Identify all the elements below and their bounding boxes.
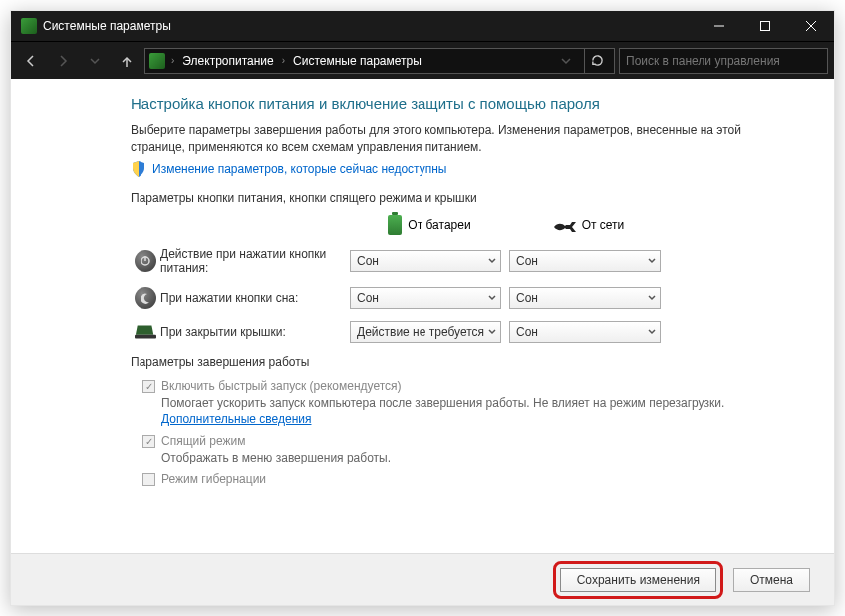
row-power-button-label: Действие при нажатии кнопки питания: bbox=[160, 247, 350, 275]
hibernate-checkbox[interactable] bbox=[142, 473, 155, 486]
power-button-ac-select[interactable]: Сон bbox=[509, 250, 661, 272]
power-button-icon bbox=[131, 250, 160, 272]
close-button[interactable] bbox=[788, 11, 834, 41]
row-power-button: Действие при нажатии кнопки питания: Сон… bbox=[131, 247, 794, 275]
footer-bar: Сохранить изменения Отмена bbox=[11, 553, 834, 605]
sleep-button-icon bbox=[131, 287, 160, 309]
refresh-button[interactable] bbox=[584, 48, 610, 74]
row-lid-close-label: При закрытии крышки: bbox=[160, 325, 350, 339]
chevron-down-icon bbox=[488, 325, 496, 339]
svg-rect-7 bbox=[135, 334, 156, 338]
save-button[interactable]: Сохранить изменения bbox=[560, 568, 716, 592]
laptop-lid-icon bbox=[131, 321, 160, 343]
sleep-checkbox[interactable] bbox=[142, 435, 155, 448]
up-button[interactable] bbox=[113, 47, 141, 75]
breadcrumb-system-settings[interactable]: Системные параметры bbox=[291, 54, 423, 68]
column-battery-header: От батареи bbox=[350, 215, 509, 235]
power-button-battery-select[interactable]: Сон bbox=[350, 250, 501, 272]
content-area: Настройка кнопок питания и включение защ… bbox=[11, 79, 834, 553]
cancel-button[interactable]: Отмена bbox=[733, 568, 810, 592]
search-input[interactable] bbox=[626, 54, 821, 68]
column-ac-label: От сети bbox=[582, 218, 625, 232]
battery-icon bbox=[388, 215, 402, 235]
maximize-button[interactable] bbox=[742, 11, 788, 41]
unlock-settings-link[interactable]: Изменение параметров, которые сейчас нед… bbox=[152, 162, 447, 176]
section-shutdown-label: Параметры завершения работы bbox=[131, 355, 794, 369]
address-dropdown[interactable] bbox=[552, 47, 580, 75]
navigation-bar: › Электропитание › Системные параметры bbox=[11, 41, 834, 79]
chevron-down-icon bbox=[488, 254, 496, 268]
column-battery-label: От батареи bbox=[408, 218, 470, 232]
sleep-label: Спящий режим bbox=[161, 434, 245, 448]
page-description: Выберите параметры завершения работы для… bbox=[131, 122, 794, 155]
forward-button[interactable] bbox=[49, 47, 77, 75]
shield-icon bbox=[131, 161, 146, 177]
sleep-button-battery-select[interactable]: Сон bbox=[350, 287, 501, 309]
window-title: Системные параметры bbox=[43, 19, 697, 33]
chevron-down-icon bbox=[648, 325, 656, 339]
fast-startup-desc: Помогает ускорить запуск компьютера посл… bbox=[131, 395, 794, 429]
power-options-icon bbox=[149, 53, 165, 69]
save-highlight-annotation: Сохранить изменения bbox=[553, 561, 723, 599]
chevron-down-icon bbox=[488, 291, 496, 305]
recent-dropdown[interactable] bbox=[81, 47, 109, 75]
lid-battery-select[interactable]: Действие не требуется bbox=[350, 321, 501, 343]
hibernate-label: Режим гибернации bbox=[161, 472, 266, 486]
lid-ac-select[interactable]: Сон bbox=[509, 321, 661, 343]
chevron-down-icon bbox=[648, 291, 656, 305]
column-ac-header: От сети bbox=[509, 215, 669, 235]
chevron-right-icon: › bbox=[280, 55, 287, 66]
fast-startup-checkbox[interactable] bbox=[142, 380, 155, 393]
row-lid-close: При закрытии крышки: Действие не требует… bbox=[131, 321, 794, 343]
sleep-button-ac-select[interactable]: Сон bbox=[509, 287, 661, 309]
address-bar[interactable]: › Электропитание › Системные параметры bbox=[144, 48, 615, 74]
search-box[interactable] bbox=[619, 48, 828, 74]
row-sleep-button-label: При нажатии кнопки сна: bbox=[160, 291, 350, 305]
chevron-down-icon bbox=[648, 254, 656, 268]
fast-startup-more-link[interactable]: Дополнительные сведения bbox=[161, 412, 311, 426]
back-button[interactable] bbox=[17, 47, 45, 75]
section-buttons-lid-label: Параметры кнопки питания, кнопки спящего… bbox=[131, 191, 794, 205]
power-options-icon bbox=[21, 18, 37, 34]
chevron-right-icon: › bbox=[169, 55, 176, 66]
plug-icon bbox=[554, 218, 576, 232]
titlebar: Системные параметры bbox=[11, 11, 834, 41]
page-heading: Настройка кнопок питания и включение защ… bbox=[131, 95, 794, 112]
breadcrumb-power[interactable]: Электропитание bbox=[180, 54, 275, 68]
svg-rect-1 bbox=[761, 22, 770, 31]
row-sleep-button: При нажатии кнопки сна: Сон Сон bbox=[131, 287, 794, 309]
minimize-button[interactable] bbox=[697, 11, 742, 41]
fast-startup-label: Включить быстрый запуск (рекомендуется) bbox=[161, 379, 402, 393]
sleep-desc: Отображать в меню завершения работы. bbox=[131, 450, 794, 466]
